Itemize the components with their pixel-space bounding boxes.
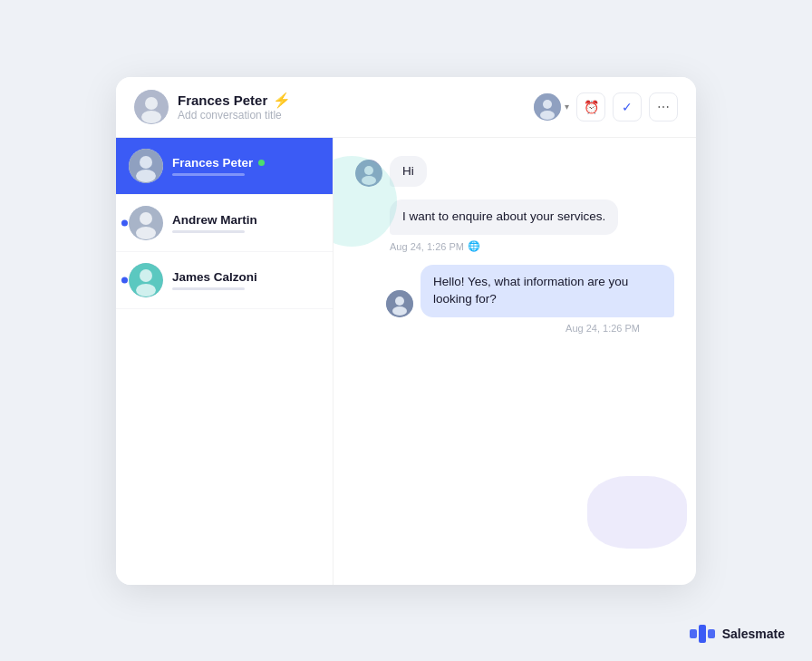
assigned-agent-wrap[interactable]: ▾ <box>534 93 569 121</box>
clock-button[interactable]: ⏰ <box>576 92 605 122</box>
contact-item-andrew[interactable]: Andrew Martin <box>116 195 333 252</box>
message-row-2: I want to enquire about your services. <box>355 199 674 235</box>
unread-dot-james <box>121 277 128 283</box>
assigned-agent-avatar <box>534 93 561 121</box>
unread-dot-andrew <box>121 219 128 226</box>
contact-item-frances[interactable]: Frances Peter <box>116 138 333 195</box>
lightning-icon: ⚡ <box>273 92 291 109</box>
header-title-group: Frances Peter ⚡ Add conversation title <box>178 92 291 122</box>
decorative-blob-purple <box>587 476 687 549</box>
preview-bar-frances <box>172 173 245 176</box>
svg-rect-23 <box>708 629 715 638</box>
svg-point-5 <box>540 111 555 120</box>
svg-point-8 <box>136 170 156 182</box>
svg-point-7 <box>140 156 152 169</box>
message-group-2: I want to enquire about your services. A… <box>355 199 674 252</box>
message-row-1: Hi <box>355 156 674 188</box>
contact-info-frances: Frances Peter <box>172 156 320 176</box>
svg-point-19 <box>395 296 404 306</box>
more-options-button[interactable]: ⋯ <box>649 92 678 122</box>
message-bubble-2: I want to enquire about your services. <box>390 199 618 235</box>
clock-icon: ⏰ <box>584 100 599 114</box>
contact-name-frances: Frances Peter <box>172 156 320 170</box>
header-actions: ▾ ⏰ ✓ ⋯ <box>534 92 678 122</box>
message-group-3: Hello! Yes, what information are you loo… <box>355 265 674 334</box>
message-bubble-3: Hello! Yes, what information are you loo… <box>420 265 674 317</box>
salesmate-label: Salesmate <box>722 627 785 641</box>
contact-name-text: Frances Peter <box>178 92 267 108</box>
svg-point-14 <box>136 284 156 296</box>
salesmate-branding: Salesmate <box>690 625 785 643</box>
message-avatar-3 <box>386 290 413 317</box>
message-timestamp-2: Aug 24, 1:26 PM 🌐 <box>390 240 674 252</box>
contact-info-andrew: Andrew Martin <box>172 213 320 233</box>
contact-name-andrew: Andrew Martin <box>172 213 320 227</box>
svg-point-1 <box>145 97 158 110</box>
dots-icon: ⋯ <box>657 100 670 114</box>
svg-point-10 <box>140 212 152 225</box>
svg-rect-21 <box>690 629 697 638</box>
salesmate-logo-icon <box>690 625 715 643</box>
svg-point-11 <box>136 227 156 239</box>
contacts-sidebar: Frances Peter Andrew Martin <box>116 138 334 585</box>
check-button[interactable]: ✓ <box>613 92 642 122</box>
header-contact-name: Frances Peter ⚡ <box>178 92 291 109</box>
contact-avatar-frances <box>129 149 163 183</box>
header-subtitle[interactable]: Add conversation title <box>178 109 291 122</box>
svg-rect-22 <box>699 625 706 643</box>
message-bubble-1: Hi <box>390 156 427 188</box>
content-area: Frances Peter Andrew Martin <box>116 138 696 585</box>
contact-avatar-header <box>134 90 169 124</box>
preview-bar-andrew <box>172 230 245 233</box>
preview-bar-james <box>172 287 245 290</box>
chat-messages-area: Hi I want to enquire about your services… <box>334 138 696 585</box>
contact-info-james: James Calzoni <box>172 270 320 290</box>
header-left: Frances Peter ⚡ Add conversation title <box>134 90 523 124</box>
message-row-3: Hello! Yes, what information are you loo… <box>386 265 674 317</box>
online-indicator <box>258 160 265 166</box>
svg-point-13 <box>140 269 152 282</box>
chevron-down-icon: ▾ <box>565 102 569 112</box>
svg-point-2 <box>141 111 161 123</box>
contact-avatar-andrew <box>129 206 163 240</box>
contact-item-james[interactable]: James Calzoni <box>116 252 333 309</box>
chat-window: Frances Peter ⚡ Add conversation title ▾ <box>116 77 696 585</box>
chat-header: Frances Peter ⚡ Add conversation title ▾ <box>116 77 696 138</box>
contact-name-james: James Calzoni <box>172 270 320 284</box>
svg-point-20 <box>392 306 407 316</box>
check-icon: ✓ <box>622 100 633 114</box>
message-timestamp-3: Aug 24, 1:26 PM <box>566 323 640 334</box>
globe-icon: 🌐 <box>468 240 480 252</box>
svg-point-4 <box>543 100 552 109</box>
contact-avatar-james <box>129 263 163 297</box>
